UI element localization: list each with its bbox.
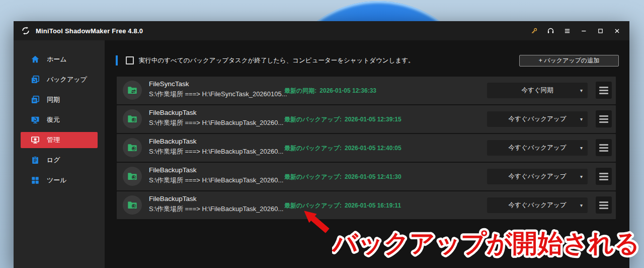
- task-text: FileBackupTask S:\作業場所 ===> H:\FileBacku…: [149, 138, 283, 156]
- task-menu-button[interactable]: [596, 168, 612, 185]
- chevron-down-icon[interactable]: ▾: [580, 174, 583, 179]
- add-backup-button[interactable]: + バックアップの追加: [519, 55, 619, 66]
- task-list: FileSyncTask S:\作業場所 ===> H:\FileSyncTas…: [117, 77, 616, 220]
- task-action-button[interactable]: 今すぐ同期 ▾: [487, 83, 588, 98]
- task-route: S:\作業場所 ===> H:\FileBackupTask_20260...: [149, 118, 283, 127]
- folder-backup-icon: [127, 142, 138, 153]
- task-row: FileBackupTask S:\作業場所 ===> H:\FileBacku…: [117, 191, 616, 219]
- chevron-down-icon[interactable]: ▾: [580, 117, 583, 122]
- task-text: FileSyncTask S:\作業場所 ===> H:\FileSyncTas…: [149, 80, 287, 99]
- task-row: FileSyncTask S:\作業場所 ===> H:\FileSyncTas…: [117, 77, 616, 104]
- sidebar-item-label: 管理: [47, 136, 60, 145]
- task-name: FileBackupTask: [149, 166, 283, 174]
- task-status: 最新のバックアップ:2026-01-05 12:40:05: [284, 144, 401, 152]
- backup-icon: [30, 75, 40, 85]
- window-title: MiniTool ShadowMaker Free 4.8.0: [36, 27, 143, 35]
- task-name: FileBackupTask: [149, 109, 283, 116]
- task-action-label: 今すぐバックアップ: [509, 115, 567, 123]
- task-action-label: 今すぐバックアップ: [509, 201, 567, 210]
- chevron-down-icon[interactable]: ▾: [580, 146, 583, 151]
- task-action-button[interactable]: 今すぐバックアップ ▾: [487, 197, 588, 213]
- task-status-label: 最新のバックアップ:: [284, 173, 342, 180]
- task-action-button[interactable]: 今すぐバックアップ ▾: [487, 169, 588, 184]
- task-action-button[interactable]: 今すぐバックアップ ▾: [487, 140, 588, 156]
- task-route: S:\作業場所 ===> H:\FileSyncTask_20260105...: [149, 90, 287, 99]
- app-logo-icon: [21, 26, 31, 36]
- task-row: FileBackupTask S:\作業場所 ===> H:\FileBacku…: [117, 163, 616, 190]
- titlebar-actions: [526, 21, 629, 40]
- task-menu-button[interactable]: [596, 82, 612, 99]
- task-menu-button[interactable]: [596, 196, 612, 214]
- sidebar-item-log[interactable]: ログ: [21, 152, 98, 168]
- menu-icon: [563, 27, 572, 35]
- task-avatar: [123, 195, 142, 215]
- task-name: FileBackupTask: [149, 138, 283, 145]
- sidebar-item-home[interactable]: ホーム: [21, 51, 98, 68]
- folder-backup-icon: [127, 113, 138, 124]
- task-text: FileBackupTask S:\作業場所 ===> H:\FileBacku…: [149, 195, 283, 214]
- folder-backup-icon: [127, 171, 138, 182]
- chevron-down-icon[interactable]: ▾: [580, 203, 583, 208]
- task-avatar: [123, 138, 142, 157]
- sidebar-item-restore[interactable]: 復元: [21, 112, 98, 128]
- task-status: 最新のバックアップ:2026-01-05 12:39:15: [284, 115, 401, 123]
- shutdown-checkbox[interactable]: [126, 56, 134, 64]
- sidebar-item-manage[interactable]: 管理: [21, 132, 98, 148]
- task-action-button[interactable]: 今すぐバックアップ ▾: [487, 111, 588, 127]
- task-row: FileBackupTask S:\作業場所 ===> H:\FileBacku…: [117, 105, 616, 133]
- task-action-label: 今すぐバックアップ: [509, 144, 567, 152]
- task-action-label: 今すぐ同期: [521, 86, 553, 95]
- folder-backup-icon: [127, 199, 138, 211]
- sidebar-item-backup[interactable]: バックアップ: [21, 72, 98, 88]
- task-status-time: 2026-01-05 16:19:11: [345, 202, 401, 209]
- support-button[interactable]: [542, 21, 559, 40]
- annotation-text: バックアップが開始される: [332, 229, 640, 257]
- menu-button[interactable]: [559, 21, 576, 40]
- key-button[interactable]: [526, 21, 542, 40]
- chevron-down-icon[interactable]: ▾: [580, 88, 583, 93]
- support-icon: [546, 27, 555, 35]
- log-icon: [30, 155, 40, 165]
- maximize-button[interactable]: [592, 21, 609, 40]
- task-route: S:\作業場所 ===> H:\FileBackupTask_20260...: [149, 205, 283, 214]
- task-status-time: 2026-01-05 12:36:33: [319, 87, 376, 94]
- task-text: FileBackupTask S:\作業場所 ===> H:\FileBacku…: [149, 166, 283, 185]
- task-row: FileBackupTask S:\作業場所 ===> H:\FileBacku…: [117, 134, 616, 162]
- minimize-button[interactable]: [576, 21, 592, 40]
- task-menu-button[interactable]: [596, 110, 612, 127]
- manage-icon: [30, 135, 40, 145]
- accent-bar: [116, 55, 118, 65]
- sidebar-item-sync[interactable]: 同期: [21, 92, 98, 108]
- task-status: 最新のバックアップ:2026-01-05 12:41:30: [284, 172, 401, 181]
- home-icon: [30, 54, 40, 64]
- task-status-label: 最新のバックアップ:: [284, 202, 342, 209]
- folder-sync-icon: [127, 85, 138, 96]
- task-name: FileSyncTask: [149, 80, 287, 88]
- sidebar: ホーム バックアップ 同期 復元: [14, 40, 105, 268]
- titlebar: MiniTool ShadowMaker Free 4.8.0: [14, 21, 629, 40]
- minimize-icon: [580, 27, 588, 35]
- task-menu-button[interactable]: [596, 139, 612, 156]
- task-status-label: 最新の同期:: [284, 87, 316, 94]
- restore-icon: [30, 115, 40, 125]
- sidebar-item-label: ツール: [47, 176, 67, 185]
- sync-icon: [30, 95, 40, 105]
- close-button[interactable]: [609, 21, 625, 40]
- shutdown-option-bar: 実行中のすべてのバックアップタスクが終了したら、コンピューターをシャットダウンし…: [116, 54, 414, 66]
- task-route: S:\作業場所 ===> H:\FileBackupTask_20260...: [149, 176, 283, 185]
- task-status: 最新の同期:2026-01-05 12:36:33: [284, 86, 376, 95]
- task-avatar: [123, 109, 142, 128]
- task-status-time: 2026-01-05 12:39:15: [345, 115, 401, 122]
- sidebar-item-label: 復元: [47, 115, 60, 124]
- task-avatar: [123, 167, 142, 186]
- screen: MiniTool ShadowMaker Free 4.8.0 ホーム: [0, 0, 644, 268]
- annotation-caption: バックアップが開始される: [332, 221, 640, 264]
- sidebar-item-label: ホーム: [47, 55, 67, 64]
- tools-icon: [30, 175, 40, 185]
- close-icon: [613, 27, 621, 35]
- sidebar-item-tools[interactable]: ツール: [21, 172, 98, 188]
- shutdown-checkbox-label: 実行中のすべてのバックアップタスクが終了したら、コンピューターをシャットダウンし…: [139, 56, 414, 65]
- task-status-label: 最新のバックアップ:: [284, 115, 342, 122]
- sidebar-item-label: バックアップ: [47, 75, 87, 84]
- sidebar-item-label: 同期: [47, 95, 60, 104]
